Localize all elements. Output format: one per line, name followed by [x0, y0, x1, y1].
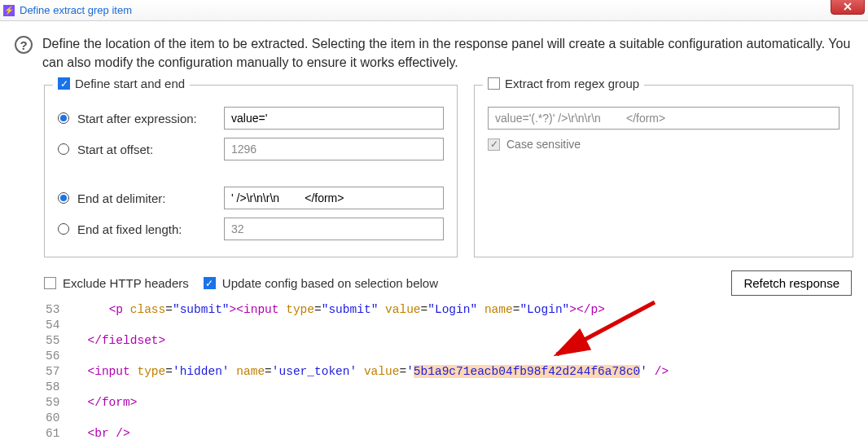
define-start-end-checkbox[interactable] — [58, 77, 70, 90]
code-content[interactable]: <p class="submit"><input type="submit" v… — [66, 302, 669, 442]
info-icon: ? — [15, 36, 33, 54]
regex-panel: Extract from regex group Case sensitive — [474, 85, 853, 257]
start-offset-label: Start at offset: — [77, 143, 216, 156]
end-delim-radio[interactable] — [58, 192, 69, 204]
end-delim-input[interactable] — [224, 187, 444, 209]
close-icon — [844, 2, 852, 11]
case-sensitive-label: Case sensitive — [506, 138, 581, 151]
end-delim-label: End at delimiter: — [77, 191, 216, 205]
regex-legend: Extract from regex group — [505, 77, 639, 90]
refetch-button[interactable]: Refetch response — [731, 270, 852, 296]
end-fixed-input[interactable] — [224, 218, 444, 240]
description-text: Define the location of the item to be ex… — [42, 34, 853, 72]
case-sensitive-checkbox[interactable] — [488, 138, 500, 151]
start-offset-input[interactable] — [224, 138, 444, 160]
start-after-label: Start after expression: — [77, 112, 216, 125]
start-offset-radio[interactable] — [58, 143, 69, 155]
end-fixed-label: End at fixed length: — [77, 222, 216, 236]
app-icon: ⚡ — [3, 5, 15, 16]
update-config-label: Update config based on selection below — [222, 276, 438, 290]
define-start-end-legend: Define start and end — [75, 77, 185, 90]
start-after-radio[interactable] — [58, 112, 69, 124]
exclude-headers-checkbox[interactable] — [44, 277, 56, 289]
window-title: Define extract grep item — [20, 4, 132, 16]
exclude-headers-label: Exclude HTTP headers — [63, 276, 189, 290]
regex-checkbox[interactable] — [488, 77, 500, 90]
titlebar: ⚡ Define extract grep item — [0, 0, 868, 21]
close-button[interactable] — [831, 0, 865, 15]
regex-input[interactable] — [488, 107, 840, 130]
update-config-checkbox[interactable] — [204, 277, 216, 289]
response-panel[interactable]: 535455565758596061 <p class="submit"><in… — [44, 302, 853, 442]
start-after-input[interactable] — [224, 107, 444, 130]
define-start-end-panel: Define start and end Start after express… — [44, 85, 458, 257]
end-fixed-radio[interactable] — [58, 223, 69, 235]
line-gutter: 535455565758596061 — [44, 302, 66, 442]
